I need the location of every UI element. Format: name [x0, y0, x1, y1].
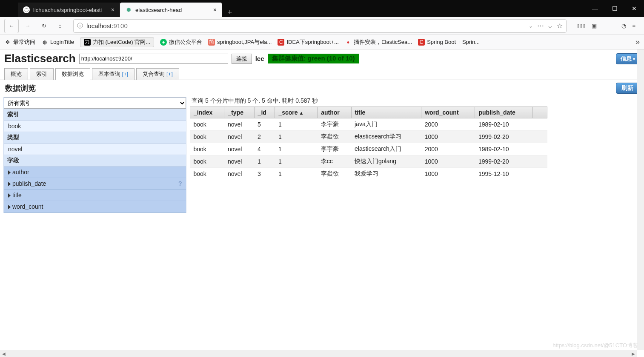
home-button[interactable]: ⌂: [53, 19, 67, 33]
cell-_score: 1: [275, 155, 318, 168]
horizontal-scrollbar[interactable]: ◀ ▶: [0, 350, 637, 357]
table-row[interactable]: booknovel11李cc快速入门golang10001999-02-20: [190, 155, 547, 168]
es-tab-1[interactable]: 索引: [30, 68, 54, 80]
chevron-down-icon[interactable]: ⌄: [529, 23, 533, 29]
table-row[interactable]: booknovel21李焱欲elasticsearch学习10001999-02…: [190, 131, 547, 143]
bookmarks-bar: ✥最常访问 ◍LoginTitle 力力扣 (LeetCode) 官网... ●…: [0, 35, 644, 49]
col-publish_date[interactable]: publish_date: [475, 107, 533, 118]
table-row[interactable]: booknovel51李宇豪java入门20001989-02-10: [190, 118, 547, 131]
cell-title: elasticsearch学习: [351, 131, 421, 143]
back-button[interactable]: ←: [4, 19, 19, 33]
bookmark-idea-springboot[interactable]: CIDEA下springboot+...: [278, 38, 338, 46]
maximize-button[interactable]: ☐: [605, 0, 624, 17]
bookmark-wechat[interactable]: ●微信公众平台: [160, 38, 202, 46]
menu-icon[interactable]: ≡: [632, 23, 635, 29]
sidebar-item-author[interactable]: author: [4, 167, 186, 178]
cell-_id: 4: [254, 143, 275, 155]
jianshu-icon: 简: [208, 39, 215, 46]
sidebar-item-title[interactable]: title: [4, 190, 186, 201]
col-_type[interactable]: _type: [224, 107, 254, 118]
col-_id[interactable]: _id: [254, 107, 275, 118]
col-word_count[interactable]: word_count: [421, 107, 475, 118]
sidebar-item-publish_date[interactable]: publish_date?: [4, 178, 186, 190]
cell-_type: novel: [224, 168, 254, 180]
cell-_id: 2: [254, 131, 275, 143]
col-_index[interactable]: _index: [190, 107, 224, 118]
table-row[interactable]: booknovel41李宇豪elasticsearch入门20001989-02…: [190, 143, 547, 155]
bookmark-plugin-es[interactable]: ♦插件安装，ElasticSea...: [345, 38, 412, 46]
browser-url-bar: ← → ↻ ⌂ ⓘ localhost:9100 ⌄ ⋯ ⌵ ☆ ⫿⫿⫿ ▣ ◔…: [0, 17, 644, 35]
account-icon[interactable]: ◔: [621, 23, 626, 29]
es-tab-4[interactable]: 复合查询 [+]: [136, 68, 179, 80]
bookmark-most-visited[interactable]: ✥最常访问: [4, 38, 35, 46]
cell-_index: book: [190, 131, 224, 143]
wechat-icon: ●: [160, 39, 167, 46]
sidebar-item-book[interactable]: book: [4, 121, 186, 132]
col-author[interactable]: author: [318, 107, 351, 118]
index-select[interactable]: 所有索引: [4, 98, 186, 109]
help-icon[interactable]: ?: [178, 180, 182, 187]
url-field[interactable]: ⓘ localhost:9100 ⌄ ⋯ ⌵ ☆: [73, 19, 567, 33]
close-icon[interactable]: ×: [111, 6, 114, 13]
sidebar-item-word_count[interactable]: word_count: [4, 201, 186, 213]
cell-_type: novel: [224, 131, 254, 143]
scroll-right-icon[interactable]: ▶: [630, 350, 637, 357]
sidebar-item-novel[interactable]: novel: [4, 144, 186, 155]
pocket-icon[interactable]: ⌵: [548, 22, 552, 30]
tab-title: elasticsearch-head: [135, 7, 182, 13]
minimize-button[interactable]: —: [585, 0, 605, 17]
connection-url-input[interactable]: [79, 54, 228, 64]
close-window-button[interactable]: ✕: [624, 0, 644, 17]
vertical-scrollbar[interactable]: [637, 49, 644, 350]
col-title[interactable]: title: [351, 107, 421, 118]
reload-button[interactable]: ↻: [37, 19, 51, 33]
refresh-button[interactable]: 刷新: [616, 83, 639, 94]
site-info-icon[interactable]: ⓘ: [77, 22, 83, 30]
star-icon: ✥: [4, 39, 11, 46]
cell-title: 快速入门golang: [351, 155, 421, 168]
bookmark-springboot-spring[interactable]: CSpring Boot + Sprin...: [418, 39, 480, 46]
cell-_score: 1: [275, 118, 318, 131]
es-tab-3[interactable]: 基本查询 [+]: [92, 68, 135, 80]
cell-_score: 1: [275, 143, 318, 155]
browser-tab-0[interactable]: ◌ lichuachua/springboot-elasti ×: [18, 3, 120, 17]
cell-publish_date: 1999-02-20: [475, 131, 533, 143]
new-tab-button[interactable]: +: [222, 8, 238, 17]
sidebar-header: 类型: [4, 132, 186, 144]
es-tabs: 概览索引数据浏览基本查询 [+]复合查询 [+]: [0, 68, 644, 80]
bookmark-login[interactable]: ◍LoginTitle: [41, 39, 74, 46]
bookmark-leetcode[interactable]: 力力扣 (LeetCode) 官网...: [80, 37, 154, 47]
cell-author: 李宇豪: [318, 143, 351, 155]
cell-_id: 3: [254, 168, 275, 180]
leetcode-icon: 力: [84, 39, 91, 46]
results-panel: 查询 5 个分片中用的 5 个. 5 命中. 耗时 0.587 秒 _index…: [190, 97, 641, 180]
info-button[interactable]: 信息: [616, 53, 640, 64]
url-text: localhost:9100: [86, 22, 525, 29]
results-table: _index_type_id_scoreauthortitleword_coun…: [190, 107, 547, 180]
bookmark-springboot-jpa[interactable]: 简springboot,JPA与ela...: [208, 38, 272, 46]
sidebar-icon[interactable]: ▣: [592, 23, 597, 29]
browser-tabs: ◌ lichuachua/springboot-elasti × ⬢ elast…: [0, 0, 238, 17]
cell-_index: book: [190, 143, 224, 155]
cell-_index: book: [190, 155, 224, 168]
library-icon[interactable]: ⫿⫿⫿: [577, 23, 586, 29]
forward-button[interactable]: →: [20, 19, 35, 33]
connect-button[interactable]: 连接: [232, 54, 252, 64]
page-title-row: 数据浏览 刷新: [0, 80, 644, 97]
csdn-icon: C: [418, 39, 425, 46]
cell-author: 李cc: [318, 155, 351, 168]
page-content: Elasticsearch 连接 lcc 集群健康值: green (10 of…: [0, 49, 644, 357]
cell-author: 李宇豪: [318, 118, 351, 131]
scroll-left-icon[interactable]: ◀: [0, 350, 7, 357]
eshead-icon: ⬢: [125, 6, 132, 13]
close-icon[interactable]: ×: [213, 6, 217, 13]
col-_score[interactable]: _score: [275, 107, 318, 118]
table-row[interactable]: booknovel31李焱欲我爱学习10001995-12-10: [190, 168, 547, 180]
bookmark-star-icon[interactable]: ☆: [557, 22, 563, 30]
browser-tab-1[interactable]: ⬢ elasticsearch-head ×: [120, 3, 222, 17]
es-tab-2[interactable]: 数据浏览: [55, 68, 90, 80]
bookmarks-overflow-icon[interactable]: »: [635, 37, 640, 46]
es-logo: Elasticsearch: [4, 52, 76, 65]
more-icon[interactable]: ⋯: [537, 22, 544, 30]
es-tab-0[interactable]: 概览: [4, 68, 28, 80]
